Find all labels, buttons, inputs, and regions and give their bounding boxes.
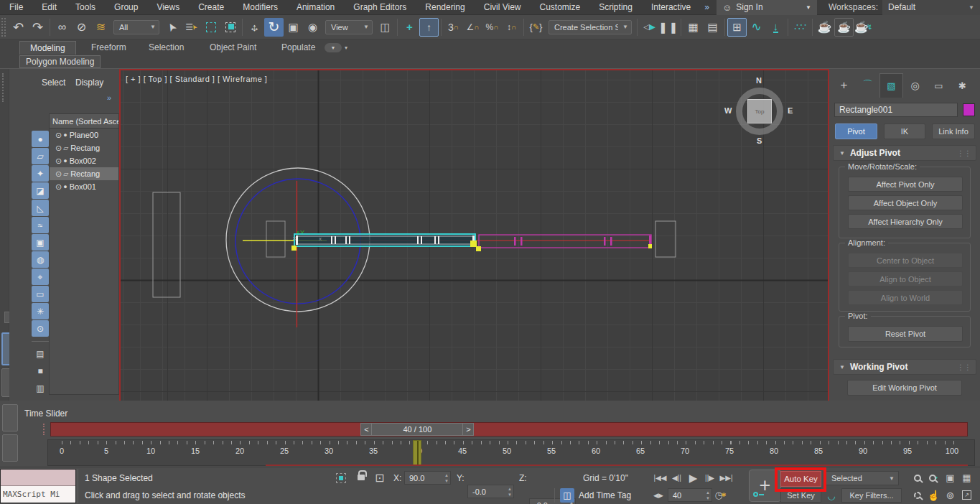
toggle-layer-explorer-icon[interactable]: ▤ — [703, 18, 722, 37]
eye-icon[interactable]: ⊙ — [55, 169, 62, 179]
viewcube-north[interactable]: N — [756, 76, 762, 85]
select-and-link-icon[interactable]: ∞ — [52, 18, 72, 37]
menu-item[interactable]: Views — [147, 0, 189, 15]
zoom-all-icon[interactable]: ✦ — [925, 470, 942, 485]
scene-explorer-menu-display[interactable]: Display — [75, 78, 103, 88]
ik-button[interactable]: IK — [884, 123, 925, 139]
rendered-frame-window-icon[interactable]: ☕ — [834, 18, 854, 37]
x-coordinate-field[interactable]: 90.0▲▼ — [404, 471, 451, 485]
list-item-plane001[interactable]: ⊙●Plane00 — [50, 129, 118, 141]
set-keys-button[interactable]: + — [749, 470, 781, 502]
affect-button[interactable]: Affect Object Only — [848, 195, 963, 210]
display-bones-icon[interactable]: ✳ — [32, 303, 49, 319]
viewcube-east[interactable]: E — [788, 106, 793, 115]
menu-item[interactable]: Modifiers — [233, 0, 287, 15]
reference-coordinate-dropdown[interactable]: View▼ — [325, 20, 373, 34]
menu-item[interactable]: Interactive — [642, 0, 700, 15]
angle-snap-icon[interactable]: ∠∩ — [463, 18, 482, 37]
time-slider-drag-handle[interactable] — [43, 424, 46, 435]
menu-overflow-chevron[interactable]: » — [700, 0, 714, 15]
spinner-icon[interactable]: ▲▼ — [706, 490, 710, 501]
edit-named-selection-sets-icon[interactable]: {✎} — [526, 18, 546, 37]
menu-item[interactable]: Scripting — [589, 0, 642, 15]
selection-filter-dropdown[interactable]: All▼ — [113, 20, 159, 34]
ribbon-tab-freeform[interactable]: Freeform — [81, 41, 136, 55]
display-groups-icon[interactable]: ▣ — [32, 234, 49, 251]
unlink-selection-icon[interactable]: ⊘ — [72, 18, 91, 37]
absolute-offset-mode-icon[interactable]: ⊡ — [375, 471, 384, 485]
display-shapes-icon[interactable]: ▱ — [32, 148, 49, 164]
display-frozen-icon[interactable]: ▭ — [32, 286, 49, 302]
macro-recorder-pane[interactable] — [1, 470, 75, 486]
spinner-snap-icon[interactable]: ↕∩ — [502, 18, 521, 37]
zoom-icon[interactable] — [909, 470, 925, 485]
next-frame-button[interactable]: > — [462, 423, 474, 436]
select-and-manipulate-icon[interactable]: + — [400, 18, 419, 37]
redo-icon[interactable]: ↷ — [28, 18, 47, 37]
menu-item[interactable]: File — [0, 0, 32, 15]
link-info-button[interactable]: Link Info — [932, 123, 975, 139]
orbit-icon[interactable]: ⊚ — [942, 487, 958, 503]
explorer-detail-view-icon[interactable]: ▥ — [32, 380, 49, 396]
schematic-view-icon[interactable]: ∴∵ — [790, 18, 810, 37]
render-setup-icon[interactable]: ☕ — [815, 18, 834, 37]
mirror-icon[interactable]: ◁▶ — [640, 18, 659, 37]
display-cameras-icon[interactable]: ◪ — [32, 182, 49, 199]
add-time-tag[interactable]: Add Time Tag — [579, 490, 631, 500]
percent-snap-icon[interactable]: %∩ — [482, 18, 502, 37]
rectangular-selection-region-icon[interactable] — [201, 18, 220, 37]
default-tangents-icon[interactable]: ◡ — [824, 488, 839, 503]
display-helpers-icon[interactable]: ◺ — [32, 200, 49, 216]
reset-pivot-button[interactable]: Reset Pivot — [848, 326, 963, 342]
select-and-scale-icon[interactable]: ▣ — [284, 18, 303, 37]
time-slider-handle[interactable]: < 40 / 100 > — [360, 423, 474, 436]
selection-lock-toggle-icon[interactable] — [358, 470, 365, 480]
toggle-scene-explorer-icon[interactable]: ▦ — [683, 18, 703, 37]
maximize-viewport-toggle-icon[interactable]: ↗ — [958, 487, 975, 503]
viewcube-west[interactable]: W — [724, 106, 732, 115]
ribbon-tab-selection[interactable]: Selection — [139, 41, 194, 55]
select-object-icon[interactable]: ➤ — [162, 18, 182, 37]
tab-utilities-icon[interactable]: ✱ — [951, 73, 974, 98]
viewcube-south[interactable]: S — [757, 136, 762, 145]
named-selection-set-dropdown[interactable]: Create Selection Se▼ — [549, 20, 632, 34]
y-coordinate-field[interactable]: -0.0▲▼ — [467, 485, 514, 498]
maxscript-mini-listener[interactable]: MAXScript Mi — [0, 469, 76, 503]
menu-item[interactable]: Animation — [287, 0, 344, 15]
ribbon-tab-modeling[interactable]: Modeling — [19, 41, 76, 55]
adjust-pivot-rollout-header[interactable]: ▼ Adjust Pivot ⋮⋮ — [833, 145, 976, 161]
ribbon-tab-populate[interactable]: Populate — [271, 41, 325, 55]
play-button[interactable]: ▶ — [685, 470, 701, 485]
viewport-top[interactable]: [ + ] [ Top ] [ Standard ] [ Wireframe ]… — [119, 69, 829, 402]
display-space-warps-icon[interactable]: ≈ — [32, 217, 49, 233]
tab-modify-icon[interactable]: ⌒ — [856, 73, 879, 98]
viewport-layout-tab-small[interactable] — [2, 434, 18, 462]
tab-create-icon[interactable]: + — [832, 73, 856, 98]
time-tag-icon[interactable]: ◫ — [560, 488, 574, 503]
workspace-dropdown[interactable]: Default ▼ — [882, 0, 980, 15]
menu-item[interactable]: Graph Editors — [344, 0, 416, 15]
display-geometry-icon[interactable]: ● — [32, 131, 49, 147]
list-item-rectangle-selected[interactable]: ⊙▱Rectang — [50, 167, 118, 180]
tab-display-icon[interactable]: ▭ — [927, 73, 951, 98]
current-frame-marker[interactable] — [413, 440, 421, 466]
scene-explorer-overflow-chevron[interactable]: » — [107, 93, 111, 102]
auto-key-button[interactable]: Auto Key — [780, 471, 821, 487]
undo-icon[interactable]: ↶ — [9, 18, 28, 37]
eye-icon[interactable]: ⊙ — [55, 182, 62, 192]
display-containers-icon[interactable]: ◍ — [32, 251, 49, 268]
key-filters-button[interactable]: Key Filters... — [841, 488, 902, 503]
object-name-field[interactable]: Rectangle001 — [834, 103, 958, 117]
ribbon-tab-object-paint[interactable]: Object Paint — [200, 41, 266, 55]
spinner-icon[interactable]: ▲▼ — [508, 486, 512, 498]
viewport-layout-tab-small[interactable] — [2, 404, 18, 431]
menu-item[interactable]: Rendering — [416, 0, 474, 15]
go-to-end-button[interactable]: ▶▶| — [718, 470, 734, 485]
dock-drag-handle[interactable] — [2, 73, 5, 102]
pivot-button[interactable]: Pivot — [835, 123, 877, 139]
menu-item[interactable]: Customize — [531, 0, 590, 15]
key-filter-scope-dropdown[interactable]: Selected ▼ — [826, 471, 899, 485]
eye-icon[interactable]: ⊙ — [55, 131, 62, 140]
zoom-extents-icon[interactable]: ▣ — [942, 470, 958, 485]
select-and-rotate-icon[interactable]: ↻ — [264, 18, 284, 37]
